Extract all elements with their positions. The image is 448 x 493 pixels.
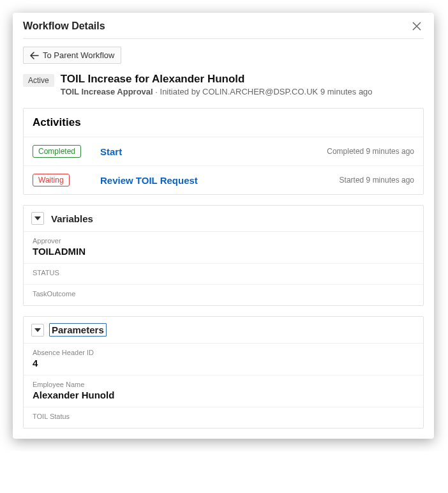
workflow-subtitle-name: TOIL Increase Approval [61, 87, 153, 96]
parameter-value: Alexander Hunold [33, 390, 414, 400]
workflow-subtitle-sep: · [153, 87, 160, 96]
parameters-section: Parameters Absence Header ID 4 Employee … [23, 316, 424, 429]
activities-panel: Activities Completed Start Completed 9 m… [23, 108, 424, 195]
modal-title: Workflow Details [23, 20, 105, 32]
initiated-by: COLIN.ARCHER@DSP.CO.UK [202, 87, 318, 96]
activity-link-review[interactable]: Review TOIL Request [100, 175, 331, 186]
variable-label: STATUS [33, 269, 414, 277]
activity-status-col: Waiting [33, 174, 91, 186]
variables-section: Variables Approver TOILADMIN STATUS Task… [23, 205, 424, 306]
variable-value: TOILADMIN [33, 246, 414, 257]
status-badge-waiting: Waiting [33, 174, 70, 186]
variable-row: STATUS [24, 264, 423, 285]
modal-content: To Parent Workflow Active TOIL Increase … [13, 39, 434, 439]
to-parent-workflow-label: To Parent Workflow [43, 50, 114, 60]
activity-row: Waiting Review TOIL Request Started 9 mi… [24, 166, 423, 194]
to-parent-workflow-button[interactable]: To Parent Workflow [23, 47, 121, 64]
activities-heading: Activities [24, 109, 423, 137]
variable-label: TaskOutcome [33, 290, 414, 298]
workflow-title: TOIL Increase for Alexander Hunold [61, 73, 373, 86]
parameter-label: Absence Header ID [33, 349, 414, 356]
workflow-subtitle: TOIL Increase Approval · Initiated by CO… [61, 87, 373, 96]
parameter-label: Employee Name [33, 381, 414, 388]
parameters-toggle-button[interactable] [31, 324, 44, 337]
status-badge-completed: Completed [33, 145, 81, 158]
workflow-status-badge: Active [23, 74, 54, 87]
modal-header: Workflow Details [13, 13, 434, 38]
parameter-row: Employee Name Alexander Hunold [24, 375, 423, 407]
parameters-title: Parameters [49, 323, 107, 337]
activity-meta: Started 9 minutes ago [340, 176, 414, 185]
activity-meta: Completed 9 minutes ago [327, 147, 414, 156]
activity-row: Completed Start Completed 9 minutes ago [24, 137, 423, 166]
parameter-row: Absence Header ID 4 [24, 344, 423, 375]
close-icon [412, 22, 421, 31]
workflow-header: Active TOIL Increase for Alexander Hunol… [23, 73, 424, 96]
chevron-down-icon [34, 216, 41, 221]
initiated-prefix: Initiated by [160, 87, 203, 96]
variables-title: Variables [49, 213, 95, 225]
variables-header: Variables [24, 206, 423, 232]
parameter-row: TOIL Status [24, 407, 423, 428]
variable-row: Approver TOILADMIN [24, 232, 423, 264]
chevron-down-icon [34, 328, 41, 333]
workflow-details-modal: Workflow Details To Parent Workflow Acti… [13, 13, 434, 439]
variables-toggle-button[interactable] [31, 212, 44, 225]
parameter-value: 4 [33, 358, 414, 368]
workflow-header-text: TOIL Increase for Alexander Hunold TOIL … [61, 73, 373, 96]
initiated-when: 9 minutes ago [318, 87, 372, 96]
parameter-label: TOIL Status [33, 413, 414, 420]
activity-link-start[interactable]: Start [100, 146, 318, 157]
variable-label: Approver [33, 237, 414, 245]
arrow-left-icon [30, 52, 39, 59]
activity-status-col: Completed [33, 145, 91, 158]
variable-row: TaskOutcome [24, 285, 423, 305]
parameters-header: Parameters [24, 317, 423, 344]
close-button[interactable] [410, 19, 424, 33]
